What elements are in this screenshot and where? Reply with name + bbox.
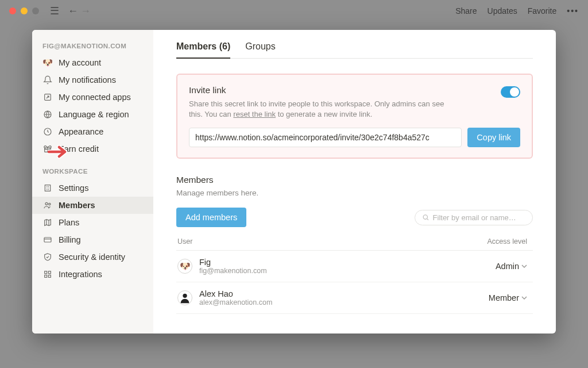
sidebar-item-label: My notifications [59, 75, 116, 85]
settings-sidebar: FIG@MAKENOTION.COM 🐶 My account My notif… [32, 30, 153, 334]
sidebar-item-label: Integrations [59, 270, 102, 279]
invite-url-field[interactable]: https://www.notion.so/acmeincorporated/i… [189, 128, 462, 147]
map-icon [42, 217, 53, 228]
member-name: Fig [199, 258, 267, 267]
sidebar-item-label: Billing [59, 235, 81, 244]
sidebar-item-label: Settings [59, 183, 88, 193]
svg-point-12 [423, 215, 427, 219]
invite-title: Invite link [189, 85, 453, 95]
building-icon [42, 183, 53, 193]
sidebar-item-security[interactable]: Security & identity [32, 248, 153, 266]
close-window-button[interactable] [9, 7, 16, 14]
favorite-menu[interactable]: Favorite [528, 6, 557, 16]
sidebar-item-billing[interactable]: Billing [32, 231, 153, 248]
updates-menu[interactable]: Updates [488, 6, 517, 16]
hamburger-icon[interactable]: ☰ [48, 5, 61, 17]
avatar: 🐶 [177, 259, 192, 274]
grid-icon [42, 269, 53, 279]
globe-icon [42, 109, 53, 120]
members-section: Members Manage members here. Add members… [176, 175, 533, 314]
members-tabs: Members (6) Groups [176, 41, 533, 59]
invite-link-toggle[interactable] [501, 86, 520, 98]
sidebar-item-notifications[interactable]: My notifications [32, 71, 153, 89]
sidebar-item-label: Earn credit [59, 144, 99, 154]
account-section-label: FIG@MAKENOTION.COM [32, 40, 153, 54]
traffic-lights [9, 7, 39, 14]
nav-back-icon[interactable]: ← [67, 5, 79, 17]
svg-rect-11 [48, 275, 51, 277]
sidebar-item-label: Members [59, 201, 95, 210]
table-row: Alex Hao alex@makenotion.com Member [176, 282, 533, 314]
maximize-window-button[interactable] [32, 7, 39, 14]
person-avatar-icon [179, 292, 191, 304]
gift-icon [42, 144, 53, 154]
minimize-window-button[interactable] [21, 7, 28, 14]
sidebar-item-members[interactable]: Members [32, 197, 153, 214]
svg-rect-4 [45, 185, 50, 191]
filter-input-wrapper[interactable] [415, 210, 533, 225]
chevron-down-icon [521, 263, 527, 269]
reset-link[interactable]: reset the link [233, 110, 276, 118]
sidebar-item-connected-apps[interactable]: My connected apps [32, 89, 153, 106]
chevron-down-icon [521, 295, 527, 301]
avatar [177, 290, 192, 305]
sidebar-item-language[interactable]: Language & region [32, 106, 153, 123]
sidebar-item-label: Language & region [59, 110, 129, 119]
sidebar-item-appearance[interactable]: Appearance [32, 123, 153, 140]
svg-rect-10 [45, 275, 47, 277]
member-email: alex@makenotion.com [199, 298, 272, 306]
credit-card-icon [42, 235, 53, 245]
clock-icon [42, 126, 53, 137]
sidebar-item-label: Plans [59, 218, 79, 227]
members-section-subtitle: Manage members here. [176, 189, 533, 197]
sidebar-item-label: Appearance [59, 127, 103, 136]
sidebar-item-label: Security & identity [59, 252, 125, 262]
sidebar-item-earn-credit[interactable]: Earn credit [32, 140, 153, 158]
svg-point-6 [49, 203, 51, 205]
invite-link-box: Invite link Share this secret link to in… [176, 74, 533, 159]
window-chrome: ☰ ← → Share Updates Favorite ••• [0, 0, 588, 22]
sidebar-item-plans[interactable]: Plans [32, 214, 153, 231]
svg-point-13 [183, 294, 187, 298]
sidebar-item-settings[interactable]: Settings [32, 179, 153, 197]
access-level-dropdown[interactable]: Member [489, 293, 532, 302]
sidebar-item-label: My account [59, 58, 101, 67]
settings-main-panel: Members (6) Groups Invite link Share thi… [153, 30, 556, 334]
member-name: Alex Hao [199, 289, 272, 298]
more-menu-icon[interactable]: ••• [567, 6, 579, 16]
share-menu[interactable]: Share [455, 6, 477, 16]
svg-point-5 [45, 202, 48, 205]
nav-forward-icon[interactable]: → [79, 5, 92, 17]
table-row: 🐶 Fig fig@makenotion.com Admin [176, 251, 533, 282]
workspace-section-label: WORKSPACE [32, 166, 153, 179]
svg-rect-9 [48, 271, 51, 274]
account-avatar-icon: 🐶 [42, 57, 53, 68]
tab-members[interactable]: Members (6) [176, 41, 230, 59]
sidebar-item-integrations[interactable]: Integrations [32, 266, 153, 283]
bell-icon [42, 75, 53, 85]
add-members-button[interactable]: Add members [176, 208, 246, 227]
people-icon [42, 200, 53, 210]
filter-input[interactable] [433, 213, 525, 222]
search-icon [422, 213, 430, 221]
access-level-dropdown[interactable]: Admin [496, 262, 532, 271]
link-out-icon [42, 92, 53, 102]
members-section-title: Members [176, 175, 533, 185]
svg-rect-8 [45, 271, 47, 274]
settings-modal: FIG@MAKENOTION.COM 🐶 My account My notif… [32, 30, 556, 334]
svg-rect-7 [44, 237, 51, 242]
members-table: User Access level 🐶 Fig fig@makenotion.c… [176, 237, 533, 314]
column-access: Access level [463, 237, 532, 246]
sidebar-item-my-account[interactable]: 🐶 My account [32, 54, 153, 71]
member-email: fig@makenotion.com [199, 267, 267, 275]
tab-groups[interactable]: Groups [245, 41, 275, 58]
column-user: User [177, 237, 463, 246]
sidebar-item-label: My connected apps [59, 93, 131, 102]
invite-description: Share this secret link to invite people … [189, 99, 453, 120]
copy-link-button[interactable]: Copy link [467, 128, 520, 147]
shield-icon [42, 252, 53, 262]
